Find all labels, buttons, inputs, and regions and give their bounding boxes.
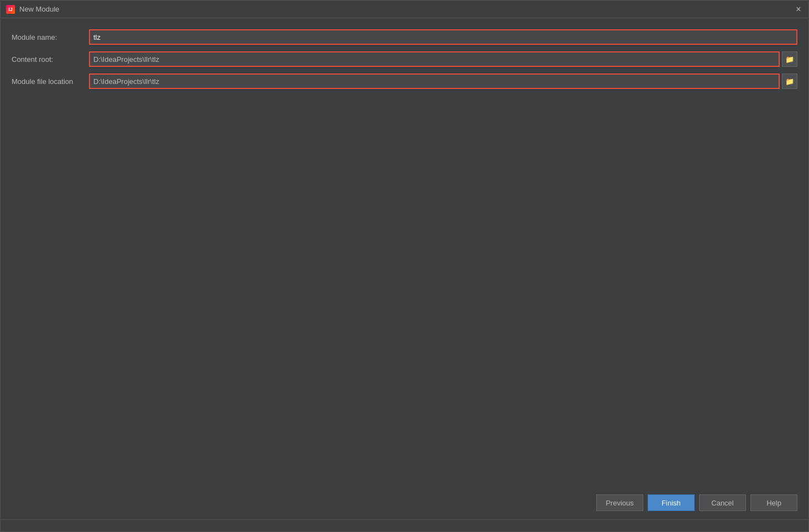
module-name-row: Module name:: [12, 29, 797, 45]
cancel-button[interactable]: Cancel: [699, 494, 746, 511]
module-name-input[interactable]: [89, 29, 797, 45]
help-button[interactable]: Help: [750, 494, 797, 511]
dialog-title: New Module: [19, 5, 794, 13]
module-name-label: Module name:: [12, 33, 89, 41]
module-file-location-input[interactable]: [89, 73, 780, 89]
dialog-icon: IJ: [6, 5, 15, 14]
previous-button[interactable]: Previous: [596, 494, 643, 511]
module-file-location-input-wrapper: 📁: [89, 73, 797, 89]
module-file-location-browse-button[interactable]: 📁: [782, 73, 797, 89]
content-root-label: Content root:: [12, 55, 89, 64]
folder-icon: 📁: [785, 55, 794, 64]
content-root-browse-button[interactable]: 📁: [782, 51, 797, 67]
new-module-dialog: IJ New Module × Module name: Content roo…: [0, 0, 809, 532]
module-file-location-row: Module file location 📁: [12, 73, 797, 89]
status-bar: [1, 519, 808, 531]
content-root-row: Content root: 📁: [12, 51, 797, 67]
close-button[interactable]: ×: [794, 5, 803, 14]
dialog-footer: Previous Finish Cancel Help: [1, 486, 808, 519]
title-bar: IJ New Module ×: [1, 1, 808, 18]
content-root-input-wrapper: 📁: [89, 51, 797, 67]
dialog-content: Module name: Content root: 📁 Module file…: [1, 18, 808, 486]
finish-button[interactable]: Finish: [648, 494, 695, 511]
folder-icon-2: 📁: [785, 77, 794, 86]
module-name-input-wrapper: [89, 29, 797, 45]
module-file-location-label: Module file location: [12, 77, 89, 86]
content-root-input[interactable]: [89, 51, 780, 67]
